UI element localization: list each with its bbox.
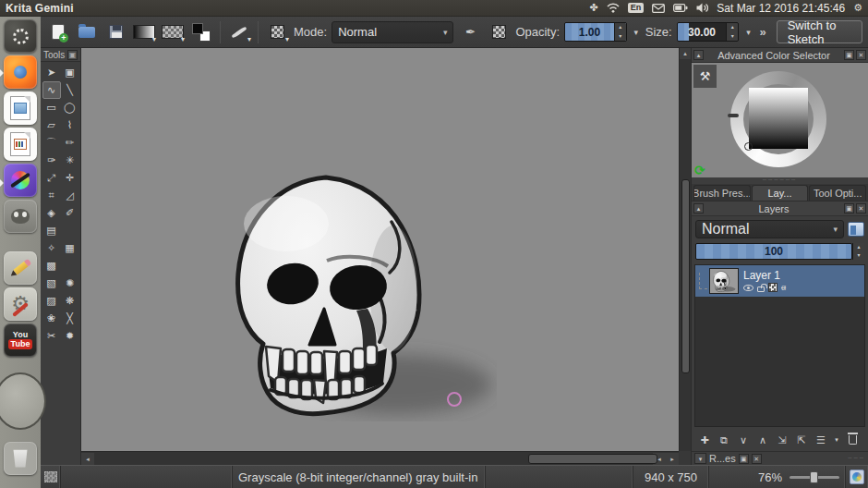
collapsed-docker-label[interactable]: R...es bbox=[709, 453, 736, 464]
open-document-button[interactable] bbox=[75, 20, 99, 44]
magnetic-select-tool[interactable]: ✂ bbox=[42, 327, 61, 345]
edit-shapes-tool[interactable]: ▣ bbox=[61, 64, 79, 81]
spin-down-icon[interactable]: ▾ bbox=[853, 251, 864, 260]
switch-to-sketch-button[interactable]: Switch to Sketch bbox=[777, 20, 862, 43]
layer-opacity-slider[interactable]: 100 bbox=[695, 243, 852, 260]
spin-up-icon[interactable]: ▴ bbox=[615, 23, 626, 32]
duplicate-layer-button[interactable]: ⧉ bbox=[716, 432, 732, 448]
session-gear-icon[interactable]: ⚙ bbox=[853, 3, 862, 13]
spin-down-icon[interactable]: ▾ bbox=[615, 32, 626, 42]
multibrush-tool[interactable]: ✳ bbox=[61, 152, 79, 169]
zoom-slider-thumb[interactable] bbox=[810, 471, 818, 483]
vertical-scroll-thumb[interactable] bbox=[681, 179, 690, 373]
delete-layer-button[interactable] bbox=[844, 432, 861, 448]
eraser-mode-button[interactable]: ✒ bbox=[458, 20, 482, 44]
refresh-icon[interactable]: ⟳ bbox=[694, 164, 705, 177]
tab-tool-options[interactable]: Tool Opti... bbox=[809, 185, 866, 201]
move-layer-down-button[interactable]: ∨ bbox=[735, 432, 752, 448]
size-spinner[interactable]: ▴ ▾ bbox=[726, 23, 738, 41]
float-docker-icon[interactable]: ▣ bbox=[739, 454, 749, 464]
spin-down-icon[interactable]: ▾ bbox=[727, 32, 738, 42]
keyboard-layout-indicator[interactable]: En bbox=[628, 3, 645, 14]
clock[interactable]: Sat Mar 12 2016 21:45:46 bbox=[717, 2, 845, 15]
launcher-krita-button[interactable] bbox=[4, 164, 37, 197]
sound-icon[interactable] bbox=[696, 3, 708, 13]
pattern-tool[interactable]: ▦ bbox=[61, 239, 79, 257]
gradient-chooser-button[interactable]: ▾ bbox=[132, 20, 156, 44]
close-docker-icon[interactable]: ✕ bbox=[752, 454, 762, 464]
layer-row-layer1[interactable]: Layer 1 α bbox=[695, 265, 864, 297]
advanced-color-selector[interactable]: ⚒ ⟳ bbox=[692, 63, 868, 177]
opacity-dropdown-button[interactable]: ▾ bbox=[632, 22, 641, 42]
assistant-tool[interactable]: ✧ bbox=[42, 239, 61, 257]
layer-opacity-spinner[interactable]: ▴ ▾ bbox=[852, 243, 864, 260]
collapse-docker-icon[interactable]: ▴ bbox=[693, 203, 704, 214]
preserve-alpha-button[interactable] bbox=[487, 20, 511, 44]
launcher-trash-button[interactable] bbox=[4, 442, 37, 475]
horizontal-scroll-track[interactable] bbox=[94, 453, 653, 465]
move-layer-up-button[interactable]: ∧ bbox=[754, 432, 771, 448]
move-tool[interactable]: ✛ bbox=[61, 169, 79, 187]
polygon-tool[interactable]: ▱ bbox=[42, 116, 61, 134]
ellipse-tool[interactable]: ◯ bbox=[61, 99, 79, 116]
fuzzy-select-tool[interactable]: ✹ bbox=[61, 327, 79, 345]
horizontal-scroll-thumb[interactable] bbox=[528, 454, 657, 464]
launcher-gimp-button[interactable] bbox=[4, 200, 37, 233]
color-management-button[interactable] bbox=[846, 466, 868, 488]
brush-preset-button[interactable]: ▾ bbox=[227, 20, 251, 44]
color-selector-settings-button[interactable]: ⚒ bbox=[693, 65, 717, 88]
color-picker-tool[interactable]: ✐ bbox=[61, 204, 79, 222]
polyline-tool[interactable]: ⌇ bbox=[61, 116, 79, 134]
layer-blend-mode-select[interactable]: Normal ▾ bbox=[695, 220, 844, 238]
similar-select-tool[interactable]: ❀ bbox=[42, 310, 61, 327]
opacity-input[interactable]: 1.00 ▴ ▾ bbox=[564, 22, 627, 42]
tab-layers[interactable]: Lay... bbox=[752, 185, 809, 201]
launcher-lodraw-button[interactable] bbox=[4, 92, 37, 125]
scroll-left-icon[interactable]: ◂ bbox=[81, 453, 94, 465]
layer-view-options-button[interactable] bbox=[848, 222, 864, 237]
launcher-dash-button[interactable] bbox=[4, 19, 37, 53]
launcher-tweak-tool-button[interactable]: ⚙ bbox=[4, 287, 37, 321]
add-layer-button[interactable]: ✚ bbox=[696, 432, 713, 448]
mail-icon[interactable] bbox=[652, 4, 665, 13]
rect-select-tool[interactable]: ▧ bbox=[42, 274, 61, 292]
launcher-loimpress-button[interactable] bbox=[4, 128, 37, 161]
fill-tool[interactable]: ◈ bbox=[42, 204, 61, 222]
layer-alpha-icon[interactable] bbox=[768, 283, 778, 292]
layer-thumbnail[interactable] bbox=[709, 268, 739, 294]
docker-dropdown-icon[interactable]: ▾ bbox=[694, 453, 706, 464]
float-docker-icon[interactable]: ▣ bbox=[67, 50, 78, 60]
dynamic-brush-tool[interactable]: ✑ bbox=[42, 152, 61, 169]
ellipse-select-tool[interactable]: ✺ bbox=[61, 274, 79, 292]
battery-icon[interactable] bbox=[673, 4, 688, 12]
scroll-up-icon[interactable]: ▴ bbox=[680, 48, 691, 59]
polygon-select-tool[interactable]: ▨ bbox=[42, 292, 61, 310]
grid-tool[interactable]: ▩ bbox=[42, 257, 61, 274]
launcher-youtube-button[interactable]: You Tube bbox=[4, 323, 37, 357]
canvas[interactable] bbox=[81, 48, 679, 451]
value-square[interactable] bbox=[749, 88, 808, 149]
zoom-slider[interactable] bbox=[790, 476, 839, 479]
save-document-button[interactable] bbox=[103, 20, 127, 44]
add-layer-dropdown-icon[interactable]: ▾ bbox=[832, 432, 841, 448]
rectangle-tool[interactable]: ▭ bbox=[42, 99, 61, 116]
launcher-firefox-button[interactable] bbox=[4, 55, 37, 89]
blending-mode-select[interactable]: Normal ▾ bbox=[332, 21, 453, 43]
close-docker-icon[interactable]: ✕ bbox=[856, 50, 866, 60]
freehand-select-tool[interactable]: ❋ bbox=[61, 292, 79, 310]
wifi-icon[interactable] bbox=[607, 3, 620, 13]
collapse-docker-icon[interactable]: ▴ bbox=[693, 50, 704, 60]
layer-alpha-inherit-icon[interactable]: α bbox=[781, 283, 786, 292]
docker-resize-handle[interactable]: ┄┄┄┄┄┄ bbox=[692, 177, 868, 184]
opacity-spinner[interactable]: ▴ ▾ bbox=[614, 23, 626, 41]
float-docker-icon[interactable]: ▣ bbox=[844, 50, 854, 60]
spin-up-icon[interactable]: ▴ bbox=[853, 243, 864, 251]
freehand-brush-tool[interactable]: ∿ bbox=[42, 81, 61, 99]
bezier-curve-tool[interactable]: ⌒ bbox=[42, 134, 61, 152]
layer-properties-button[interactable]: ☰ bbox=[813, 432, 829, 448]
close-docker-icon[interactable]: ✕ bbox=[856, 203, 866, 214]
layer-lock-icon[interactable] bbox=[757, 287, 765, 292]
select-shapes-tool[interactable]: ➤ bbox=[42, 64, 61, 81]
perspective-tool[interactable]: ◿ bbox=[61, 187, 79, 204]
move-into-group-button[interactable]: ⇲ bbox=[774, 432, 790, 448]
